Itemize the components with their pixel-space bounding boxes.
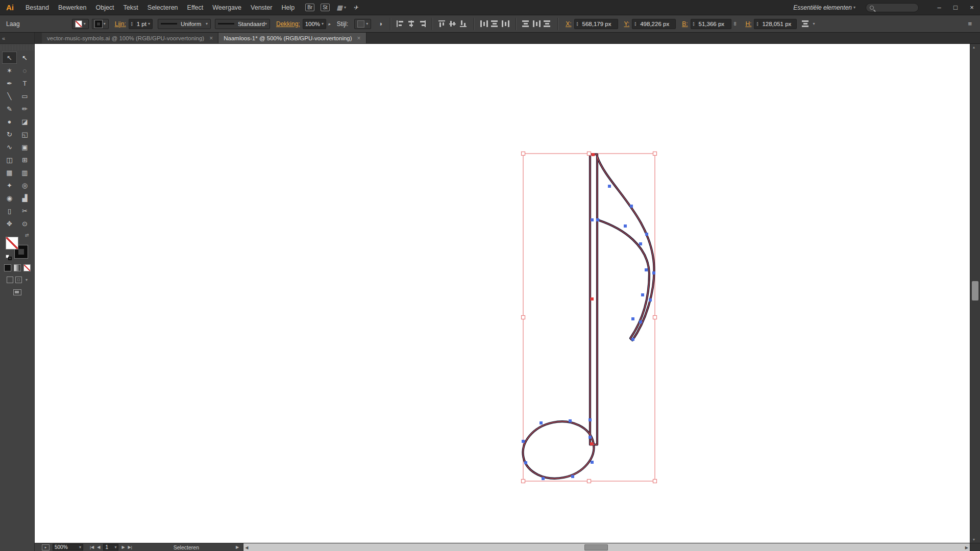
mesh-tool[interactable]: ▦ [2, 166, 17, 179]
search-input[interactable] [866, 3, 919, 12]
menu-object[interactable]: Object [91, 0, 118, 15]
horizontal-scrollbar[interactable]: ◀ ▶ [243, 543, 970, 551]
menu-help[interactable]: Help [277, 0, 299, 15]
vertical-scrollbar[interactable]: ▴ ▾ [970, 44, 980, 543]
gradient-button[interactable] [14, 264, 21, 271]
align-vertical-middle-icon[interactable] [449, 20, 457, 27]
menu-effect[interactable]: Effect [183, 0, 208, 15]
stepper-down-icon[interactable]: ▾ [756, 24, 758, 27]
scroll-up-icon[interactable]: ▴ [973, 45, 975, 49]
app-logo-icon[interactable]: Ai [6, 3, 14, 12]
selection-tool[interactable]: ↖ [2, 52, 17, 64]
blob-brush-tool[interactable]: ● [2, 115, 17, 128]
transform-icon-3[interactable] [544, 20, 551, 27]
vertical-scroll-thumb[interactable] [972, 281, 978, 300]
distribute-spacing-icon[interactable] [502, 20, 509, 27]
status-expand-icon[interactable]: ▶ [236, 545, 239, 549]
shape-builder-tool[interactable]: ◫ [2, 154, 17, 166]
y-field[interactable]: ▴▾ 498,226 px [632, 19, 676, 29]
symbol-sprayer-tool[interactable]: ◉ [2, 192, 17, 204]
arrange-documents-button[interactable]: ▦▾ [337, 4, 346, 11]
align-vertical-top-icon[interactable] [438, 20, 446, 27]
x-field[interactable]: ▴▾ 568,179 px [574, 19, 618, 29]
hand-tool[interactable]: ✥ [2, 217, 17, 230]
x-link[interactable]: X: [566, 20, 571, 28]
stepper-down-icon[interactable]: ▾ [577, 24, 578, 27]
height-field[interactable]: ▴▾ 128,051 px [754, 19, 797, 29]
magic-wand-tool[interactable]: ✶ [2, 64, 17, 77]
tab-naamloos-1[interactable]: Naamloos-1* @ 500% (RGB/GPU-voorvertonin… [218, 33, 366, 43]
constrain-proportions-icon[interactable]: ∞ [732, 22, 738, 26]
align-vertical-bottom-icon[interactable] [460, 20, 468, 27]
tab-vector-music-symbols[interactable]: vector-music-symbols.ai @ 100% (RGB/GPU-… [42, 33, 218, 43]
fill-color-control[interactable]: ▾ [72, 19, 89, 29]
y-link[interactable]: Y: [624, 20, 630, 28]
scroll-right-icon[interactable]: ▶ [965, 545, 968, 550]
minimize-button[interactable]: – [931, 0, 947, 15]
align-horizontal-center-icon[interactable] [407, 20, 415, 27]
zoom-select[interactable]: 500% ▾ [53, 544, 83, 550]
menu-bewerken[interactable]: Bewerken [54, 0, 91, 15]
workspace-switcher[interactable]: Essentiële elementen▾ [793, 4, 855, 11]
panel-menu-icon[interactable]: ≡ [968, 20, 972, 28]
stroke-weight-link[interactable]: Lijn: [115, 20, 126, 28]
stepper-down-icon[interactable]: ▾ [634, 24, 636, 27]
share-button[interactable]: ✈ [353, 4, 358, 11]
collapse-panel-icon[interactable]: « [2, 35, 4, 41]
width-field[interactable]: ▴▾ 51,366 px [691, 19, 731, 29]
paintbrush-tool[interactable]: ✎ [2, 103, 17, 115]
screen-mode-button[interactable] [13, 289, 21, 295]
eraser-tool[interactable]: ◪ [17, 115, 32, 128]
stepper-down-icon[interactable]: ▾ [693, 24, 695, 27]
last-artboard-button[interactable]: ▶| [128, 545, 132, 549]
stroke-color-control[interactable]: ▾ [92, 19, 109, 29]
menu-weergave[interactable]: Weergave [208, 0, 246, 15]
scroll-left-icon[interactable]: ◀ [245, 545, 248, 550]
distribute-horizontal-icon[interactable] [491, 20, 499, 27]
slice-tool[interactable]: ✂ [17, 205, 32, 217]
scroll-down-icon[interactable]: ▾ [973, 537, 975, 542]
draw-normal-icon[interactable] [7, 277, 13, 283]
distribute-vertical-icon[interactable] [480, 20, 488, 27]
gradient-tool[interactable]: ▥ [17, 166, 32, 179]
artboard-canvas[interactable] [35, 44, 970, 543]
menu-bestand[interactable]: Bestand [21, 0, 54, 15]
scale-tool[interactable]: ◱ [17, 128, 32, 140]
lasso-tool[interactable]: ◌ [17, 64, 32, 77]
draw-inside-icon[interactable] [15, 277, 22, 283]
type-tool[interactable]: T [17, 77, 32, 89]
brush-select[interactable]: Standaard ▾ [215, 19, 270, 29]
transform-icon-2[interactable] [533, 20, 541, 27]
close-window-button[interactable]: × [964, 0, 980, 15]
prev-artboard-button[interactable]: ◀ [97, 545, 100, 549]
transform-icon-1[interactable] [522, 20, 530, 27]
width-profile-select[interactable]: Uniform ▾ [158, 19, 211, 29]
height-link[interactable]: H: [745, 20, 751, 28]
horizontal-scroll-thumb[interactable] [584, 544, 608, 550]
stepper-down-icon[interactable]: ▾ [131, 24, 133, 27]
width-link[interactable]: B: [682, 20, 688, 28]
next-artboard-button[interactable]: ▶ [121, 545, 125, 549]
swap-fill-stroke-icon[interactable]: ⇄ [25, 233, 29, 238]
menu-tekst[interactable]: Tekst [119, 0, 143, 15]
rotate-tool[interactable]: ↻ [2, 128, 17, 140]
recolor-artwork-icon[interactable]: ◑ [378, 20, 382, 28]
opacity-flyout-icon[interactable]: ▸ [328, 21, 331, 27]
line-segment-tool[interactable]: ╲ [2, 90, 17, 102]
opacity-field[interactable]: 100% ▾ [303, 19, 326, 29]
pen-tool[interactable]: ✒ [2, 77, 17, 89]
pencil-tool[interactable]: ✏ [17, 103, 32, 115]
none-button[interactable] [23, 264, 31, 271]
perspective-grid-tool[interactable]: ⊞ [17, 154, 32, 166]
artboard-number-field[interactable]: 1 ▾ [103, 544, 118, 550]
eyedropper-tool[interactable]: ✦ [2, 179, 17, 191]
column-graph-tool[interactable]: ▟ [17, 192, 32, 204]
width-tool[interactable]: ∿ [2, 141, 17, 153]
close-tab-icon[interactable]: × [357, 35, 361, 42]
close-tab-icon[interactable]: × [209, 35, 213, 42]
artboard-tool[interactable]: ▯ [2, 205, 17, 217]
free-transform-tool[interactable]: ▣ [17, 141, 32, 153]
panel-grip[interactable] [0, 45, 34, 51]
default-stroke-icon[interactable] [8, 257, 12, 260]
opacity-link[interactable]: Dekking: [276, 20, 300, 28]
